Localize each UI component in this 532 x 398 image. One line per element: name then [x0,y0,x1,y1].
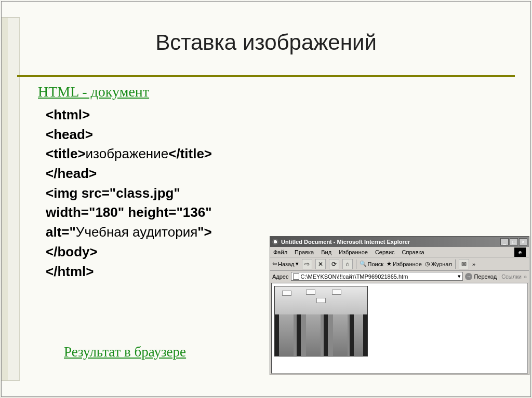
dropdown-icon[interactable]: ▾ [458,273,461,280]
menu-tools[interactable]: Сервис [375,249,395,255]
menubar: Файл Правка Вид Избранное Сервис Справка… [270,247,529,257]
links-label[interactable]: Ссылки [501,273,522,280]
address-value: C:\MEYKSON\!!!сайт\TMP969021865.htm [301,273,408,280]
go-label: Переход [474,273,497,280]
code-line-7c: "> [197,224,212,240]
document-icon [293,273,299,280]
code-line-1: <html> [46,107,90,122]
side-accent-inner [2,18,8,380]
stop-button[interactable]: ✕ [315,259,326,269]
forward-button[interactable]: ⇨ [302,259,312,269]
refresh-button[interactable]: ⟳ [329,259,339,269]
address-input[interactable]: C:\MEYKSON\!!!сайт\TMP969021865.htm ▾ [291,272,463,281]
browser-viewport [271,283,528,374]
menu-favorites[interactable]: Избранное [339,249,368,255]
go-button[interactable]: → Переход [465,273,497,280]
titlebar: Untitled Document - Microsoft Internet E… [270,237,529,247]
clock-icon: ◷ [425,260,430,267]
address-label: Адрес [272,273,289,280]
links-overflow-icon[interactable]: » [524,273,527,280]
minimize-button[interactable]: _ [500,238,509,245]
code-line-3b: изображение [86,146,169,161]
code-line-3c: </title> [168,146,212,161]
back-label: Назад [278,261,295,267]
mail-button[interactable]: ✉ [459,259,469,269]
ie-icon [272,238,279,245]
menu-help[interactable]: Справка [402,249,424,255]
code-line-6: width="180" height="136" [46,204,212,220]
code-line-2: <head> [46,127,93,142]
window-buttons: _ □ × [500,238,527,245]
back-button[interactable]: ⇦ Назад ▾ [272,260,299,267]
window-title: Untitled Document - Microsoft Internet E… [281,239,500,245]
result-label: Результат в браузере [64,344,186,360]
code-line-7b: Учебная аудитория [76,224,197,240]
toolbar-separator-2 [455,259,456,269]
menu-file[interactable]: Файл [273,249,287,255]
close-button[interactable]: × [519,238,527,245]
embedded-image [274,286,368,356]
back-arrow-icon: ⇦ [272,260,277,267]
addr-separator [499,272,499,281]
code-line-3a: <title> [46,146,86,161]
favorites-label: Избранное [393,261,422,267]
toolbar-overflow-icon[interactable]: » [472,261,475,267]
search-button[interactable]: 🔍 Поиск [360,260,383,267]
favorites-button[interactable]: ★ Избранное [387,260,422,267]
section-label-html-doc: HTML - документ [38,84,149,100]
star-icon: ★ [387,260,392,267]
browser-window: Untitled Document - Microsoft Internet E… [270,236,529,375]
code-line-9: </html> [46,264,94,279]
home-button[interactable]: ⌂ [342,259,353,269]
journal-label: Журнал [431,261,452,267]
menu-edit[interactable]: Правка [295,249,314,255]
search-icon: 🔍 [360,260,367,267]
side-accent [2,17,20,381]
search-label: Поиск [368,261,383,267]
maximize-button[interactable]: □ [510,238,518,245]
menu-view[interactable]: Вид [321,249,331,255]
code-line-8: </body> [46,244,98,259]
dropdown-icon: ▾ [296,260,299,267]
toolbar: ⇦ Назад ▾ ⇨ ✕ ⟳ ⌂ 🔍 Поиск ★ Избранное ◷ … [270,257,529,271]
journal-button[interactable]: ◷ Журнал [425,260,452,267]
slide-frame: Вставка изображений HTML - документ <htm… [1,1,531,397]
slide-title: Вставка изображений [2,30,530,55]
addressbar: Адрес C:\MEYKSON\!!!сайт\TMP969021865.ht… [270,271,529,282]
go-arrow-icon: → [465,273,472,280]
html-code-block: <html> <head> <title>изображение</title>… [46,105,212,281]
title-divider [17,75,515,77]
code-line-7a: alt=" [46,224,76,240]
ie-throbber-icon: e [514,248,526,257]
code-line-5: <img src="class.jpg" [46,185,180,201]
code-line-4: </head> [46,166,97,181]
toolbar-separator [356,259,356,269]
